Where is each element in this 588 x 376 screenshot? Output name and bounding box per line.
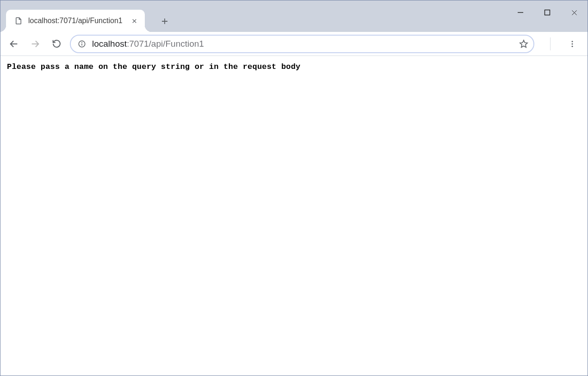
address-bar[interactable]: localhost:7071/api/Function1 bbox=[70, 35, 534, 53]
tab-strip: localhost:7071/api/Function1 bbox=[0, 8, 588, 32]
close-window-button[interactable] bbox=[561, 2, 588, 23]
url-path: :7071/api/Function1 bbox=[127, 39, 204, 49]
back-button[interactable] bbox=[6, 36, 22, 52]
site-info-icon[interactable] bbox=[77, 39, 87, 49]
new-tab-button[interactable] bbox=[157, 13, 173, 29]
browser-tab[interactable]: localhost:7071/api/Function1 bbox=[6, 10, 145, 32]
reload-button[interactable] bbox=[49, 36, 64, 52]
maximize-button[interactable] bbox=[534, 2, 561, 23]
tab-title: localhost:7071/api/Function1 bbox=[28, 17, 124, 25]
url-host: localhost bbox=[92, 39, 127, 49]
svg-point-5 bbox=[572, 45, 573, 47]
window-titlebar bbox=[0, 0, 588, 8]
svg-point-2 bbox=[82, 42, 82, 43]
minimize-button[interactable] bbox=[507, 2, 534, 23]
close-tab-button[interactable] bbox=[130, 17, 138, 25]
window-controls bbox=[507, 2, 588, 23]
browser-menu-button[interactable] bbox=[564, 36, 580, 52]
page-content: Please pass a name on the query string o… bbox=[0, 56, 588, 78]
toolbar-divider bbox=[550, 37, 551, 50]
bookmark-star-icon[interactable] bbox=[519, 39, 529, 49]
browser-toolbar: localhost:7071/api/Function1 bbox=[0, 32, 588, 56]
svg-rect-0 bbox=[545, 10, 550, 15]
response-body-text: Please pass a name on the query string o… bbox=[7, 62, 581, 71]
url-text: localhost:7071/api/Function1 bbox=[92, 39, 513, 49]
svg-point-4 bbox=[572, 43, 573, 44]
page-icon bbox=[14, 17, 23, 25]
svg-point-3 bbox=[572, 41, 573, 42]
forward-button[interactable] bbox=[27, 36, 43, 52]
